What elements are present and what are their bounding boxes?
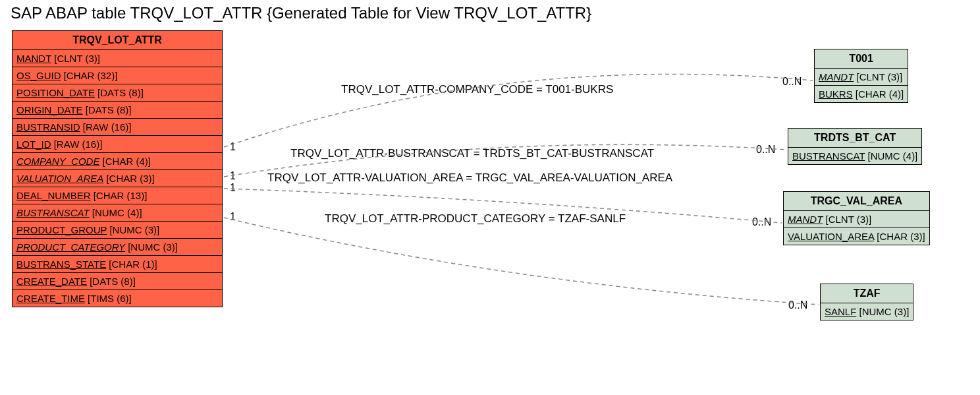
field-name: CREATE_TIME [16,293,85,304]
entity-header: TRGC_VAL_AREA [784,192,929,211]
relation-label-0: TRQV_LOT_ATTR-COMPANY_CODE = T001-BUKRS [341,83,613,96]
field-type: [NUMC (3)] [125,241,178,253]
entity-ref-trgc-val-area: TRGC_VAL_AREAMANDT [CLNT (3)]VALUATION_A… [783,191,930,245]
field-name: BUSTRANSID [16,121,80,133]
entity-ref-tzaf: TZAFSANLF [NUMC (3)] [820,284,913,320]
page-title: SAP ABAP table TRQV_LOT_ATTR {Generated … [11,4,591,22]
field-name: MANDT [819,71,854,82]
entity-field: MANDT [CLNT (3)] [13,50,222,67]
field-type: [CLNT (3)] [823,214,871,225]
cardinality-right-1: 0..N [756,144,775,156]
entity-field: MANDT [CLNT (3)] [784,211,929,228]
entity-field: POSITION_DATE [DATS (8)] [13,84,222,102]
cardinality-left-0: 1 [230,141,236,153]
field-type: [NUMC (4)] [90,207,142,218]
field-type: [CHAR (1)] [106,258,157,270]
entity-header: TRQV_LOT_ATTR [13,31,222,50]
field-type: [DATS (8)] [87,276,136,287]
entity-field: BUSTRANSCAT [NUMC (4)] [788,148,921,164]
field-name: DEAL_NUMBER [16,190,91,201]
field-name: MANDT [16,53,51,64]
field-type: [TIMS (6)] [85,293,132,304]
entity-header: TZAF [821,284,913,303]
entity-field: ORIGIN_DATE [DATS (8)] [13,102,222,119]
field-type: [CLNT (3)] [854,71,902,82]
field-type: [DATS (8)] [95,87,144,98]
entity-field: CREATE_TIME [TIMS (6)] [13,290,222,307]
field-name: VALUATION_AREA [16,173,103,184]
field-name: BUKRS [819,88,853,100]
field-type: [CHAR (32)] [61,70,118,81]
field-name: VALUATION_AREA [788,231,874,242]
entity-field: BUSTRANS_STATE [CHAR (1)] [13,256,222,273]
field-type: [RAW (16)] [80,121,132,133]
field-name: POSITION_DATE [16,87,95,98]
field-type: [CHAR (3)] [103,173,155,184]
entity-main-table: TRQV_LOT_ATTRMANDT [CLNT (3)]OS_GUID [CH… [12,30,223,307]
entity-field: OS_GUID [CHAR (32)] [13,67,222,84]
field-type: [DATS (8)] [83,104,132,115]
entity-field: VALUATION_AREA [CHAR (3)] [784,228,929,245]
cardinality-left-2: 1 [230,182,236,194]
field-type: [RAW (16)] [51,138,103,150]
entity-field: PRODUCT_CATEGORY [NUMC (3)] [13,239,222,256]
field-type: [CHAR (3)] [874,231,925,242]
field-name: LOT_ID [16,138,51,150]
entity-field: VALUATION_AREA [CHAR (3)] [13,170,222,187]
relation-label-1: TRQV_LOT_ATTR-BUSTRANSCAT = TRDTS_BT_CAT… [290,147,654,160]
entity-field: DEAL_NUMBER [CHAR (13)] [13,187,222,204]
field-name: MANDT [788,214,823,225]
field-type: [CHAR (4)] [853,88,904,100]
field-name: ORIGIN_DATE [16,104,83,115]
entity-field: COMPANY_CODE [CHAR (4)] [13,153,222,170]
cardinality-right-3: 0..N [788,299,807,311]
cardinality-right-0: 0..N [782,76,802,88]
entity-header: TRDTS_BT_CAT [788,129,921,148]
cardinality-left-3: 1 [230,211,236,223]
entity-field: BUKRS [CHAR (4)] [815,86,908,102]
cardinality-right-2: 0..N [752,216,771,228]
entity-field: MANDT [CLNT (3)] [815,69,908,86]
cardinality-left-1: 1 [230,170,236,182]
field-type: [CHAR (13)] [91,190,148,201]
field-name: OS_GUID [16,70,61,81]
entity-ref-t001: T001MANDT [CLNT (3)]BUKRS [CHAR (4)] [814,49,908,103]
field-name: BUSTRANSCAT [16,207,90,218]
relation-label-3: TRQV_LOT_ATTR-PRODUCT_CATEGORY = TZAF-SA… [325,212,626,226]
field-type: [CHAR (4)] [99,156,151,167]
field-name: BUSTRANS_STATE [16,258,106,270]
field-name: SANLF [825,306,856,317]
entity-ref-trdts-bt-cat: TRDTS_BT_CATBUSTRANSCAT [NUMC (4)] [788,128,922,165]
field-name: COMPANY_CODE [16,156,99,167]
field-name: PRODUCT_CATEGORY [16,241,125,253]
entity-header: T001 [815,49,908,69]
relation-label-2: TRQV_LOT_ATTR-VALUATION_AREA = TRGC_VAL_… [267,171,672,185]
field-type: [NUMC (4)] [865,150,917,162]
entity-field: BUSTRANSID [RAW (16)] [13,119,222,136]
field-type: [NUMC (3)] [856,306,909,317]
field-name: CREATE_DATE [16,276,87,287]
entity-field: BUSTRANSCAT [NUMC (4)] [13,204,222,222]
entity-field: PRODUCT_GROUP [NUMC (3)] [13,222,222,239]
entity-field: SANLF [NUMC (3)] [821,303,913,320]
field-name: BUSTRANSCAT [792,150,865,162]
field-type: [NUMC (3)] [107,224,159,235]
field-type: [CLNT (3)] [51,53,100,64]
entity-field: LOT_ID [RAW (16)] [13,136,222,153]
field-name: PRODUCT_GROUP [16,224,107,235]
entity-field: CREATE_DATE [DATS (8)] [13,273,222,290]
